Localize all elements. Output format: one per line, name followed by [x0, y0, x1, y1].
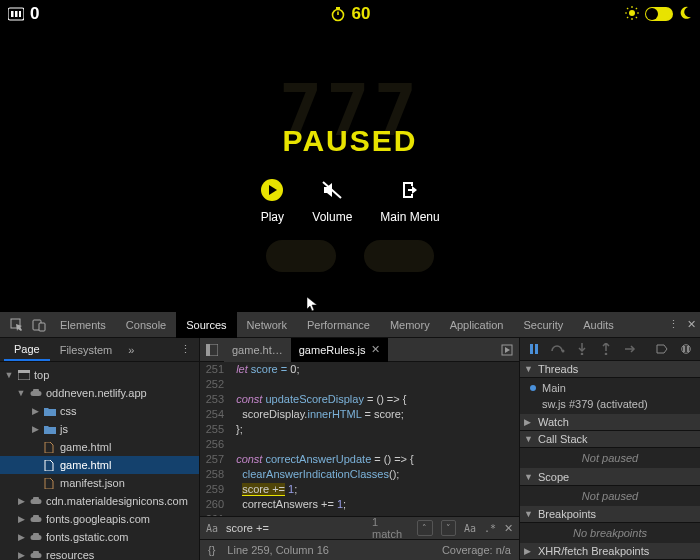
tree-top[interactable]: ▼top — [0, 366, 199, 384]
close-icon[interactable]: ✕ — [371, 343, 380, 356]
tab-elements[interactable]: Elements — [50, 312, 116, 338]
tab-memory[interactable]: Memory — [380, 312, 440, 338]
tab-performance[interactable]: Performance — [297, 312, 380, 338]
section-callstack[interactable]: ▼Call Stack — [520, 431, 700, 448]
run-snippet-icon[interactable] — [495, 344, 519, 356]
step-over-icon[interactable] — [550, 341, 566, 357]
file-icon — [44, 442, 56, 453]
tree-file-selected[interactable]: game.html — [0, 456, 199, 474]
find-next-button[interactable]: ˅ — [441, 520, 456, 536]
play-icon — [261, 179, 283, 201]
section-xhr[interactable]: ▶XHR/fetch Breakpoints — [520, 543, 700, 560]
close-icon[interactable]: ✕ — [504, 522, 513, 535]
aa-toggle[interactable]: Aa — [464, 523, 476, 534]
step-icon[interactable] — [622, 341, 638, 357]
debug-toolbar — [520, 338, 700, 361]
pause-on-exceptions-icon[interactable] — [678, 341, 694, 357]
section-watch[interactable]: ▶Watch — [520, 414, 700, 431]
svg-line-12 — [627, 8, 628, 9]
score-value: 0 — [30, 4, 39, 24]
scope-body: Not paused — [520, 486, 700, 506]
nav-tab-page[interactable]: Page — [4, 339, 50, 361]
tab-network[interactable]: Network — [237, 312, 297, 338]
tree-domain[interactable]: ▼oddneven.netlify.app — [0, 384, 199, 402]
kebab-menu-icon[interactable]: ⋮ — [664, 318, 682, 331]
tab-application[interactable]: Application — [440, 312, 514, 338]
play-label: Play — [261, 210, 284, 224]
time-value: 60 — [352, 4, 371, 24]
svg-rect-3 — [19, 11, 21, 17]
editor-tabs: game.ht… gameRules.js✕ — [200, 338, 519, 362]
step-into-icon[interactable] — [574, 341, 590, 357]
kebab-menu-icon[interactable]: ⋮ — [172, 343, 199, 356]
tab-sources[interactable]: Sources — [176, 312, 236, 338]
svg-point-35 — [682, 345, 691, 354]
even-button — [266, 240, 336, 272]
debugger-pane: ▼Threads Main sw.js #379 (activated) ▶Wa… — [520, 338, 700, 560]
cursor-position: Line 259, Column 16 — [227, 544, 329, 556]
volume-button[interactable]: Volume — [312, 178, 352, 224]
svg-line-14 — [627, 16, 628, 17]
stopwatch-icon — [330, 6, 346, 22]
tab-console[interactable]: Console — [116, 312, 176, 338]
toggle-navigator-icon[interactable] — [200, 344, 224, 356]
step-out-icon[interactable] — [598, 341, 614, 357]
tree-domain[interactable]: ▶cdn.materialdesignicons.com — [0, 492, 199, 510]
nav-tab-filesystem[interactable]: Filesystem — [50, 340, 123, 360]
svg-rect-19 — [39, 323, 45, 331]
game-topbar: 0 60 — [0, 0, 700, 28]
score-display: 0 — [8, 4, 236, 24]
volume-label: Volume — [312, 210, 352, 224]
aa-toggle[interactable]: Aa — [206, 523, 218, 534]
editor-tab-active[interactable]: gameRules.js✕ — [291, 338, 389, 362]
inspect-icon[interactable] — [6, 318, 28, 332]
navigator-tabs: Page Filesystem » ⋮ — [0, 338, 199, 362]
close-icon[interactable]: ✕ — [682, 318, 700, 331]
tab-audits[interactable]: Audits — [573, 312, 624, 338]
chevron-right-icon[interactable]: » — [122, 344, 140, 356]
cloud-icon — [30, 551, 42, 559]
svg-rect-27 — [530, 344, 533, 354]
tree-file[interactable]: manifest.json — [0, 474, 199, 492]
tab-security[interactable]: Security — [513, 312, 573, 338]
find-match-count: 1 match — [372, 516, 409, 540]
pretty-print-icon[interactable]: {} — [208, 544, 215, 556]
thread-main[interactable]: Main — [526, 380, 694, 396]
tree-domain[interactable]: ▶resources — [0, 546, 199, 560]
svg-line-15 — [636, 8, 637, 9]
editor-tab[interactable]: game.ht… — [224, 338, 291, 362]
svg-rect-2 — [15, 11, 18, 17]
pause-icon[interactable] — [526, 341, 542, 357]
deactivate-breakpoints-icon[interactable] — [654, 341, 670, 357]
coverage-status: Coverage: n/a — [442, 544, 511, 556]
tree-file[interactable]: game.html — [0, 438, 199, 456]
thread-sw[interactable]: sw.js #379 (activated) — [526, 396, 694, 412]
tree-folder-css[interactable]: ▶css — [0, 402, 199, 420]
main-menu-button[interactable]: Main Menu — [380, 178, 439, 224]
svg-rect-37 — [687, 346, 689, 352]
volume-off-icon — [320, 178, 344, 202]
cloud-icon — [30, 389, 42, 397]
file-tree: ▼top ▼oddneven.netlify.app ▶css ▶js game… — [0, 362, 199, 560]
paused-label: PAUSED — [283, 124, 418, 158]
find-input[interactable] — [226, 522, 364, 534]
code-editor[interactable]: 251 let score = 0;252253 const updateSco… — [200, 362, 519, 516]
timer-display: 60 — [236, 4, 464, 24]
sun-icon — [625, 6, 639, 23]
device-toggle-icon[interactable] — [28, 318, 50, 332]
section-threads[interactable]: ▼Threads — [520, 361, 700, 378]
answer-buttons — [266, 240, 434, 272]
theme-toggle[interactable] — [645, 7, 673, 21]
section-scope[interactable]: ▼Scope — [520, 468, 700, 485]
tree-domain[interactable]: ▶fonts.googleapis.com — [0, 510, 199, 528]
find-prev-button[interactable]: ˄ — [417, 520, 432, 536]
regex-toggle[interactable]: .* — [484, 523, 496, 534]
editor-statusbar: {} Line 259, Column 16 Coverage: n/a — [200, 540, 519, 560]
tree-folder-js[interactable]: ▶js — [0, 420, 199, 438]
cloud-icon — [30, 497, 42, 505]
section-breakpoints[interactable]: ▼Breakpoints — [520, 506, 700, 523]
scoreboard-icon — [8, 7, 24, 21]
svg-rect-25 — [206, 344, 210, 356]
play-button[interactable]: Play — [260, 178, 284, 224]
tree-domain[interactable]: ▶fonts.gstatic.com — [0, 528, 199, 546]
